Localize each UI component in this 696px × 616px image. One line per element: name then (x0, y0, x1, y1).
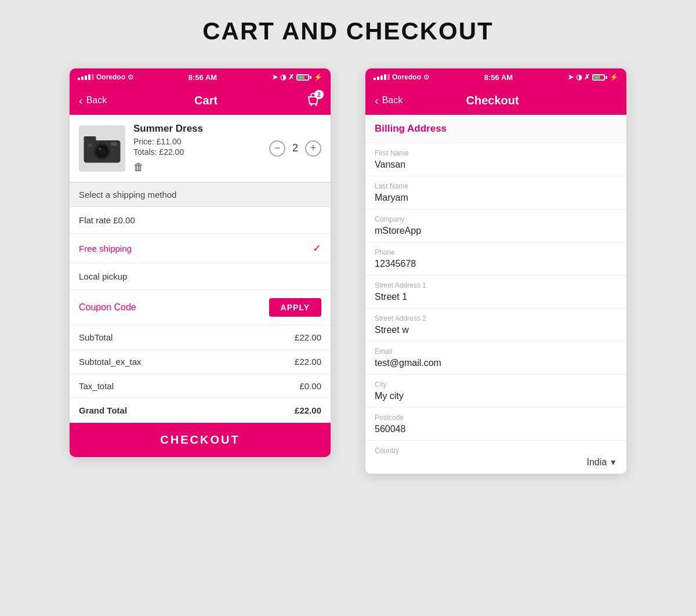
svg-point-7 (99, 147, 101, 150)
postcode-field[interactable]: Postcode 560048 (365, 408, 626, 441)
cart-back-button[interactable]: ‹ Back (79, 94, 107, 107)
checkout-button[interactable]: CHECKOUT (70, 423, 331, 457)
subtotal-value: £22.00 (295, 332, 321, 342)
totals-section: SubTotal £22.00 Subtotal_ex_tax £22.00 T… (70, 325, 331, 423)
checkout-carrier-name: Ooredoo (392, 73, 421, 81)
cart-phone: Ooredoo ⊙ 8:56 AM ➤ ◑ ✗ ⚡ ‹ Ba (70, 68, 331, 457)
apply-coupon-button[interactable]: APPLY (269, 298, 321, 317)
billing-header: Billing Address (365, 115, 626, 143)
svg-point-1 (315, 104, 317, 106)
grand-total-value: £22.00 (295, 405, 321, 415)
checkout-button-label: CHECKOUT (160, 433, 240, 446)
back-arrow-icon: ‹ (79, 94, 83, 107)
product-total: Totals: £22.00 (133, 147, 261, 157)
city-field[interactable]: City My city (365, 375, 626, 408)
quantity-control: − 2 + (269, 140, 321, 157)
cart-nav-bar: ‹ Back Cart 2 (70, 86, 331, 115)
qty-decrease-button[interactable]: − (269, 140, 285, 157)
street1-label: Street Address 1 (375, 281, 617, 289)
email-field[interactable]: Email test@gmail.com (365, 342, 626, 375)
product-item: Summer Dress Price: £11.00 Totals: £22.0… (70, 115, 331, 182)
email-value: test@gmail.com (375, 358, 617, 368)
subtotal-label: SubTotal (79, 332, 113, 342)
last-name-value: Maryam (375, 193, 617, 203)
city-value: My city (375, 391, 617, 401)
phone-label: Phone (375, 248, 617, 256)
checkout-alarm-icon: ◑ (576, 73, 582, 81)
shipping-flat-rate-label: Flat rate £0.00 (79, 215, 135, 225)
cart-nav-title: Cart (194, 94, 217, 107)
checkout-battery-icon (592, 74, 607, 81)
signal-icon (78, 74, 94, 80)
checkout-phone: Ooredoo ⊙ 8:56 AM ➤ ◑ ✗ ⚡ ‹ Ba (365, 68, 626, 474)
alarm-icon: ◑ (280, 73, 286, 81)
coupon-section: Coupon Code APPLY (70, 290, 331, 325)
tax-row: Tax_total £0.00 (70, 374, 331, 398)
company-value: mStoreApp (375, 226, 617, 236)
shipping-local-label: Local pickup (79, 271, 127, 281)
shipping-local-pickup[interactable]: Local pickup (70, 263, 331, 290)
phone-value: 12345678 (375, 259, 617, 269)
country-selected-value: India (586, 457, 607, 468)
checkout-back-button[interactable]: ‹ Back (375, 94, 403, 107)
checkout-charging-icon: ⚡ (610, 73, 618, 81)
company-field[interactable]: Company mStoreApp (365, 209, 626, 242)
shipping-flat-rate[interactable]: Flat rate £0.00 (70, 207, 331, 234)
cart-badge: 2 (314, 90, 324, 99)
delete-button[interactable]: 🗑 (133, 161, 261, 173)
product-name: Summer Dress (133, 123, 261, 135)
billing-section: Billing Address First Name Vansan Last N… (365, 115, 626, 474)
country-field[interactable]: Country India ▼ (365, 441, 626, 474)
carrier-name: Ooredoo (96, 73, 125, 81)
qty-increase-button[interactable]: + (305, 140, 321, 157)
last-name-field[interactable]: Last Name Maryam (365, 176, 626, 209)
billing-title: Billing Address (375, 123, 447, 134)
cart-back-label: Back (86, 95, 107, 106)
bluetooth-icon: ✗ (288, 73, 294, 81)
page-title: CART AND CHECKOUT (202, 17, 493, 45)
street2-field[interactable]: Street Address 2 Street w (365, 309, 626, 342)
shipping-free[interactable]: Free shipping ✓ (70, 234, 331, 263)
battery-icon (296, 74, 311, 81)
phones-container: Ooredoo ⊙ 8:56 AM ➤ ◑ ✗ ⚡ ‹ Ba (70, 68, 626, 474)
street2-value: Street w (375, 325, 617, 335)
coupon-label: Coupon Code (79, 302, 136, 313)
checkout-back-arrow-icon: ‹ (375, 94, 379, 107)
checkout-location-icon: ➤ (568, 73, 574, 81)
country-row: India ▼ (375, 457, 617, 468)
street1-value: Street 1 (375, 292, 617, 302)
product-price: Price: £11.00 (133, 137, 261, 146)
checkout-signal-icon (374, 74, 390, 80)
phone-field[interactable]: Phone 12345678 (365, 242, 626, 276)
grand-total-label: Grand Total (79, 405, 127, 415)
status-left: Ooredoo ⊙ (78, 73, 133, 81)
street2-label: Street Address 2 (375, 314, 617, 323)
shipping-section-header: Select a shipping method (70, 182, 331, 207)
country-dropdown[interactable]: India ▼ (586, 457, 617, 468)
street1-field[interactable]: Street Address 1 Street 1 (365, 276, 626, 309)
subtotal-ex-tax-row: Subtotal_ex_tax £22.00 (70, 350, 331, 374)
checkout-time: 8:56 AM (484, 73, 513, 82)
charging-icon: ⚡ (314, 73, 322, 81)
chevron-down-icon: ▼ (609, 458, 617, 467)
checkout-status-bar: Ooredoo ⊙ 8:56 AM ➤ ◑ ✗ ⚡ (365, 68, 626, 86)
qty-value: 2 (292, 142, 298, 154)
check-icon: ✓ (313, 242, 321, 255)
checkout-nav-bar: ‹ Back Checkout (365, 86, 626, 115)
checkout-bluetooth-icon: ✗ (584, 73, 590, 81)
checkout-status-right: ➤ ◑ ✗ ⚡ (568, 73, 618, 81)
subtotal-ex-tax-label: Subtotal_ex_tax (79, 357, 142, 367)
grand-total-row: Grand Total £22.00 (70, 398, 331, 423)
svg-point-0 (310, 104, 312, 106)
email-label: Email (375, 347, 617, 356)
country-label: Country (375, 447, 617, 455)
postcode-value: 560048 (375, 424, 617, 434)
subtotal-row: SubTotal £22.00 (70, 325, 331, 350)
first-name-field[interactable]: First Name Vansan (365, 143, 626, 176)
last-name-label: Last Name (375, 182, 617, 190)
cart-icon-button[interactable]: 2 (305, 92, 321, 108)
checkout-back-label: Back (382, 95, 403, 106)
cart-time: 8:56 AM (188, 73, 217, 82)
wifi-icon: ⊙ (128, 73, 133, 81)
checkout-nav-title: Checkout (466, 94, 519, 107)
